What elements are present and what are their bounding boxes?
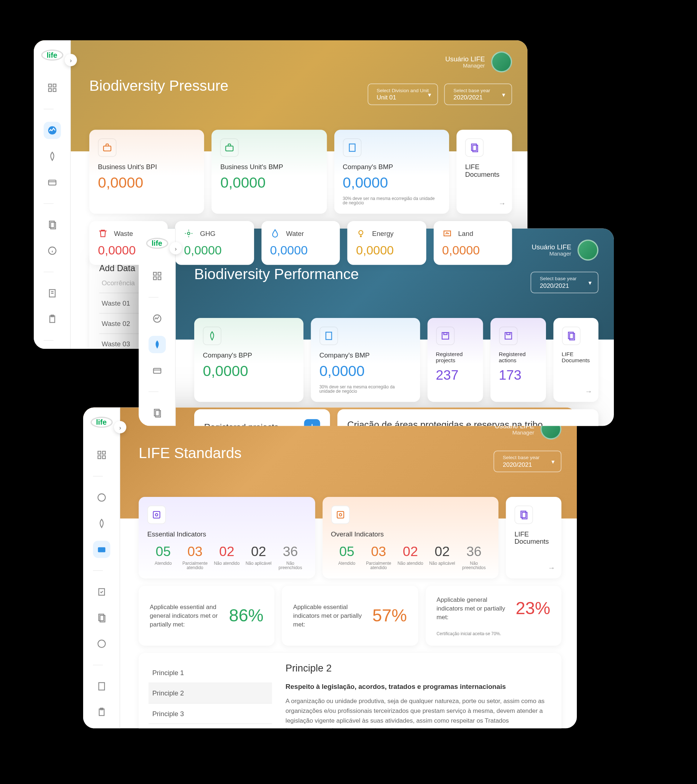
co2-icon bbox=[184, 229, 194, 239]
svg-rect-3 bbox=[53, 89, 56, 91]
leaf-icon bbox=[203, 327, 221, 345]
principle-item[interactable]: Principle 2 bbox=[148, 683, 272, 703]
nav-standards[interactable] bbox=[92, 541, 110, 558]
section-principles: Principle 1 Principle 2 Principle 3 Prin… bbox=[139, 653, 562, 728]
bulb-icon bbox=[356, 229, 366, 239]
logo: life bbox=[91, 417, 112, 428]
card-company-bmp[interactable]: Company's BMP 0,0000 30% deve ser na mes… bbox=[334, 130, 449, 214]
nav-clipboard-icon[interactable] bbox=[43, 311, 61, 328]
indicator-icon bbox=[147, 506, 166, 524]
save-icon bbox=[436, 327, 455, 345]
nav-files-icon[interactable] bbox=[148, 404, 166, 422]
card-ghg[interactable]: GHG 0,0000 bbox=[175, 221, 254, 265]
svg-rect-53 bbox=[102, 451, 105, 454]
card-life-docs[interactable]: LIFE Documents → bbox=[553, 318, 599, 402]
nav-performance[interactable] bbox=[92, 515, 110, 532]
logo: life bbox=[146, 238, 168, 249]
svg-rect-55 bbox=[102, 456, 105, 459]
year-select[interactable]: Select base year 2020/2021 bbox=[494, 451, 562, 473]
svg-rect-70 bbox=[337, 511, 343, 518]
arrow-icon: → bbox=[585, 387, 592, 395]
logo: life bbox=[41, 50, 63, 61]
nav-info-icon[interactable] bbox=[43, 242, 61, 260]
nav-report-icon[interactable] bbox=[92, 678, 110, 695]
user-block[interactable]: Usuário LIFE Manager bbox=[532, 240, 599, 260]
sidebar: life bbox=[34, 40, 71, 349]
card-registered-projects[interactable]: Registered projects 237 bbox=[427, 318, 483, 402]
svg-rect-45 bbox=[326, 332, 331, 339]
card-life-docs[interactable]: LIFE Documents → bbox=[456, 130, 512, 214]
nav-pressure[interactable] bbox=[43, 122, 61, 139]
document-icon bbox=[514, 506, 533, 524]
avatar bbox=[491, 51, 512, 72]
card-bpi[interactable]: Business Unit's BPI 0,0000 bbox=[89, 130, 204, 214]
division-select[interactable]: Select Division and Unit Unit 01 bbox=[367, 84, 438, 105]
nav-clipboard-icon[interactable] bbox=[92, 704, 110, 721]
sidebar-toggle[interactable]: › bbox=[114, 421, 126, 433]
card-water[interactable]: Water 0,0000 bbox=[261, 221, 340, 265]
card-life-docs[interactable]: LIFE Documents → bbox=[506, 497, 562, 578]
svg-rect-57 bbox=[98, 547, 105, 552]
svg-rect-2 bbox=[48, 89, 51, 91]
building-icon bbox=[320, 327, 338, 345]
sidebar-toggle[interactable]: › bbox=[64, 54, 77, 66]
principle-item[interactable]: Principle 4 bbox=[148, 724, 272, 728]
svg-rect-35 bbox=[158, 272, 160, 275]
pct-card-essential: Applicable essential indicators met or p… bbox=[282, 586, 418, 646]
nav-pressure[interactable] bbox=[92, 489, 110, 506]
card-essential-indicators[interactable]: Essential Indicators 05Atendido 03Parcia… bbox=[139, 497, 315, 578]
nav-standards[interactable] bbox=[43, 173, 61, 191]
card-bpp[interactable]: Company's BPP 0,0000 bbox=[194, 318, 303, 402]
svg-rect-26 bbox=[349, 144, 355, 152]
card-overall-indicators[interactable]: Overall Indicators 05Atendido 03Parcialm… bbox=[322, 497, 498, 578]
nav-files-icon[interactable] bbox=[43, 216, 61, 234]
nav-standards[interactable] bbox=[148, 362, 166, 379]
user-role: Manager bbox=[532, 251, 572, 257]
svg-rect-49 bbox=[506, 333, 510, 334]
nav-info-icon[interactable] bbox=[92, 635, 110, 652]
year-select[interactable]: Select base year 2020/2021 bbox=[444, 84, 512, 105]
nav-performance[interactable] bbox=[148, 336, 166, 353]
nav-dashboard[interactable] bbox=[148, 267, 166, 285]
drop-icon bbox=[270, 229, 280, 239]
nav-report-icon[interactable] bbox=[43, 285, 61, 302]
nav-files-icon[interactable] bbox=[92, 609, 110, 626]
principle-item[interactable]: Principle 3 bbox=[148, 704, 272, 724]
card-energy[interactable]: Energy 0,0000 bbox=[348, 221, 426, 265]
briefcase-icon bbox=[220, 138, 239, 157]
principles-list: Principle 1 Principle 2 Principle 3 Prin… bbox=[148, 663, 272, 728]
briefcase-icon bbox=[98, 138, 117, 157]
nav-dashboard[interactable] bbox=[43, 79, 61, 97]
card-company-bmp[interactable]: Company's BMP 0,0000 30% deve ser na mes… bbox=[311, 318, 420, 402]
avatar bbox=[578, 240, 599, 260]
svg-rect-37 bbox=[158, 277, 160, 280]
svg-rect-24 bbox=[104, 146, 111, 151]
sidebar-toggle[interactable]: › bbox=[170, 242, 182, 254]
nav-dashboard[interactable] bbox=[92, 446, 110, 464]
building-icon bbox=[343, 138, 361, 157]
svg-rect-52 bbox=[98, 451, 101, 454]
svg-rect-34 bbox=[153, 272, 156, 275]
svg-point-69 bbox=[155, 514, 158, 516]
card-bmp[interactable]: Business Unit's BMP 0,0000 bbox=[212, 130, 327, 214]
svg-rect-54 bbox=[98, 456, 101, 459]
svg-point-61 bbox=[98, 640, 105, 647]
land-icon bbox=[442, 229, 452, 239]
add-project-button[interactable]: + bbox=[304, 419, 320, 426]
svg-rect-25 bbox=[226, 146, 233, 151]
svg-rect-1 bbox=[53, 84, 56, 87]
svg-rect-5 bbox=[48, 180, 56, 185]
sidebar: life bbox=[139, 229, 176, 426]
principle-item[interactable]: Principle 1 bbox=[148, 663, 272, 683]
arrow-icon: → bbox=[548, 564, 555, 572]
nav-check-icon[interactable] bbox=[92, 583, 110, 601]
principle-detail: Principle 2 Respeito à legislação, acord… bbox=[280, 663, 552, 728]
card-registered-actions[interactable]: Registered actions 173 bbox=[490, 318, 545, 402]
user-block[interactable]: Usuário LIFE Manager bbox=[445, 51, 512, 72]
nav-pressure[interactable] bbox=[148, 310, 166, 328]
svg-point-56 bbox=[98, 494, 105, 501]
year-select[interactable]: Select base year 2020/2021 bbox=[531, 272, 599, 294]
nav-performance[interactable] bbox=[43, 148, 61, 165]
user-name: Usuário LIFE bbox=[445, 55, 485, 63]
card-land[interactable]: Land 0,0000 bbox=[433, 221, 512, 265]
